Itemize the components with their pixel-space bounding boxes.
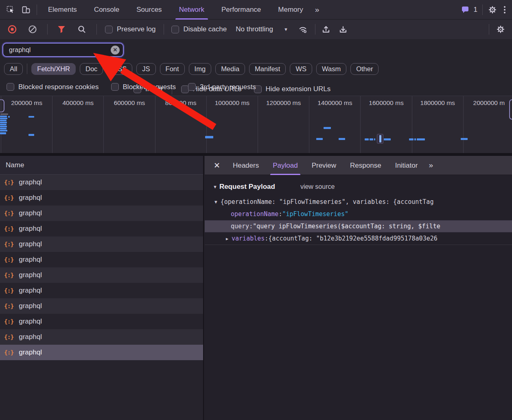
preserve-log-checkbox[interactable] <box>105 26 113 33</box>
chip-media[interactable]: Media <box>215 63 245 75</box>
filter-funnel-icon[interactable] <box>57 24 66 34</box>
name-column-header[interactable]: Name <box>0 156 203 175</box>
tab-performance[interactable]: Performance <box>213 0 269 20</box>
tab-initiator[interactable]: Initiator <box>388 156 425 175</box>
blocked-response-cookies-checkbox[interactable] <box>7 83 14 91</box>
tab-sources[interactable]: Sources <box>128 0 170 20</box>
list-item[interactable]: {:}graphql <box>0 206 203 221</box>
request-details-panel: ✕ HeadersPayloadPreviewResponseInitiator… <box>205 156 512 420</box>
list-item[interactable]: {:}graphql <box>0 314 203 329</box>
expanded-arrow-icon[interactable]: ▼ <box>214 199 217 205</box>
chip-fetch-xhr[interactable]: Fetch/XHR <box>31 63 76 75</box>
section-expanded-icon[interactable]: ▼ <box>213 184 217 189</box>
import-har-icon[interactable] <box>321 24 331 34</box>
filter-option-label[interactable]: 3rd-party requests <box>200 83 256 91</box>
filter-option: Blocked requests <box>111 83 176 91</box>
json-colon: : <box>265 235 268 242</box>
chip-doc[interactable]: Doc <box>80 63 103 75</box>
network-conditions-icon[interactable] <box>298 24 308 34</box>
json-property-row-highlighted[interactable]: query: "query ipFlowTimeseries($accountT… <box>205 220 512 232</box>
extra-filter-row: Blocked response cookiesBlocked requests… <box>0 78 512 96</box>
list-item[interactable]: {:}graphql <box>0 252 203 267</box>
chip-all[interactable]: All <box>4 63 23 75</box>
chip-js[interactable]: JS <box>136 63 155 75</box>
network-filter-box[interactable]: ✕ <box>2 43 124 57</box>
more-tabs-icon[interactable]: » <box>312 5 324 14</box>
settings-gear-icon[interactable] <box>488 5 497 15</box>
kebab-menu-icon[interactable] <box>502 4 507 15</box>
chip-wasm[interactable]: Wasm <box>316 63 346 75</box>
clear-network-log-icon[interactable] <box>28 24 37 34</box>
tab-memory[interactable]: Memory <box>269 0 311 20</box>
timeline-column: 800000 ms <box>155 96 206 153</box>
json-root-row[interactable]: ▼ {operationName: "ipFlowTimeseries", va… <box>205 196 512 208</box>
request-type-chips: AllFetch/XHRDocCSSJSFontImgMediaManifest… <box>0 59 512 78</box>
list-item[interactable]: {:}graphql <box>0 345 203 360</box>
chip-font[interactable]: Font <box>160 63 185 75</box>
disable-cache-checkbox[interactable] <box>171 26 179 33</box>
request-name: graphql <box>19 194 42 202</box>
inspect-element-icon[interactable] <box>6 5 15 15</box>
tab-elements[interactable]: Elements <box>39 0 85 20</box>
list-item[interactable]: {:}graphql <box>0 267 203 283</box>
collapsed-arrow-icon[interactable]: ▶ <box>226 236 228 241</box>
request-payload-section-header[interactable]: ▼ Request Payload view source <box>205 180 512 194</box>
blocked-requests-checkbox[interactable] <box>111 83 119 91</box>
network-toolbar: Preserve log Disable cache No throttling… <box>0 20 512 39</box>
json-key: operationName <box>231 210 278 218</box>
export-har-icon[interactable] <box>338 24 348 34</box>
throttling-value: No throttling <box>236 25 273 33</box>
network-filter-input[interactable] <box>8 46 111 54</box>
list-item[interactable]: {:}graphql <box>0 190 203 206</box>
timeline-tick-label: 1200000 ms <box>258 99 309 107</box>
request-name: graphql <box>19 178 42 186</box>
json-object-preview: {accountTag: "b12e3b2192ee5588fdad995178… <box>268 235 437 242</box>
3rd-party-requests-checkbox[interactable] <box>188 83 196 91</box>
tab-console[interactable]: Console <box>85 0 128 20</box>
payload-json-tree: ▼ {operationName: "ipFlowTimeseries", va… <box>205 196 512 245</box>
list-item[interactable]: {:}graphql <box>0 221 203 236</box>
issues-message-icon[interactable] <box>461 5 470 15</box>
more-details-tabs-icon[interactable]: » <box>424 161 438 170</box>
chip-divider <box>27 63 27 74</box>
filter-option-label[interactable]: Blocked response cookies <box>18 83 99 91</box>
list-item[interactable]: {:}graphql <box>0 236 203 252</box>
throttling-dropdown[interactable]: No throttling ▼ <box>236 25 288 33</box>
chip-img[interactable]: Img <box>189 63 212 75</box>
json-resource-icon: {:} <box>4 241 13 247</box>
list-item[interactable]: {:}graphql <box>0 283 203 298</box>
timeline-tick-label: 600000 ms <box>104 99 155 107</box>
tab-headers[interactable]: Headers <box>226 156 266 175</box>
json-resource-icon: {:} <box>4 256 13 263</box>
device-toolbar-icon[interactable] <box>21 5 31 15</box>
toolbar-divider <box>482 4 483 15</box>
json-property-row[interactable]: operationName: "ipFlowTimeseries" <box>205 208 512 220</box>
filter-option-label[interactable]: Blocked requests <box>123 83 176 91</box>
chip-other[interactable]: Other <box>350 63 379 75</box>
tab-network[interactable]: Network <box>171 0 213 20</box>
clear-filter-icon[interactable]: ✕ <box>111 46 120 55</box>
tab-response[interactable]: Response <box>343 156 388 175</box>
chip-css[interactable]: CSS <box>107 63 132 75</box>
preserve-log-label[interactable]: Preserve log <box>117 25 155 33</box>
search-icon[interactable] <box>77 24 87 34</box>
json-resource-icon: {:} <box>4 349 13 356</box>
request-name: graphql <box>19 225 42 233</box>
tab-preview[interactable]: Preview <box>305 156 343 175</box>
close-icon[interactable]: ✕ <box>205 161 226 170</box>
tab-payload[interactable]: Payload <box>266 156 304 175</box>
network-settings-gear-icon[interactable] <box>496 24 505 34</box>
timeline-column: 1000000 ms <box>206 96 258 153</box>
chip-ws[interactable]: WS <box>290 63 312 75</box>
record-network-log-icon[interactable] <box>7 24 17 34</box>
issues-count[interactable]: 1 <box>474 6 477 14</box>
json-property-row-collapsed[interactable]: ▶ variables: {accountTag: "b12e3b2192ee5… <box>205 232 512 245</box>
json-colon: : <box>278 210 282 218</box>
view-source-toggle[interactable]: view source <box>300 183 335 190</box>
disable-cache-label[interactable]: Disable cache <box>183 25 227 33</box>
list-item[interactable]: {:}graphql <box>0 175 203 190</box>
network-overview-timeline[interactable]: 200000 ms400000 ms600000 ms800000 ms1000… <box>0 96 512 153</box>
list-item[interactable]: {:}graphql <box>0 329 203 345</box>
chip-manifest[interactable]: Manifest <box>249 63 286 75</box>
list-item[interactable]: {:}graphql <box>0 298 203 314</box>
